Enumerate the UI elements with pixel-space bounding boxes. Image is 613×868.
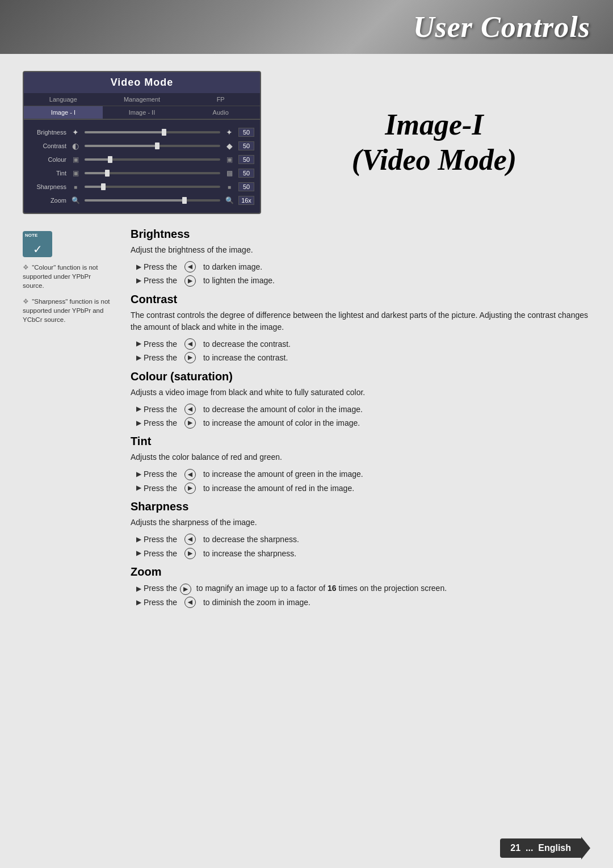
note-bullet-0: ❖: [23, 264, 29, 271]
desc-sharpness: Adjusts the sharpness of the image.: [131, 517, 590, 529]
osd-slider-tint[interactable]: [85, 172, 220, 174]
osd-panel: Video Mode Language Management FP Image …: [23, 71, 261, 214]
arrow-icon: ▶: [136, 404, 141, 414]
page-title: User Controls: [413, 10, 590, 44]
osd-tab-fp[interactable]: FP: [181, 93, 260, 106]
bullet-contrast-0-text: to decrease the contrast.: [203, 338, 291, 350]
osd-value-sharpness: 50: [238, 182, 254, 191]
osd-value-brightness: 50: [238, 128, 254, 137]
osd-label-zoom: Zoom: [30, 197, 66, 204]
bullet-sharpness-0-text: to decrease the sharpness.: [203, 533, 299, 546]
osd-label-sharpness: Sharpness: [30, 183, 66, 190]
heading-zoom: Zoom: [131, 565, 590, 578]
osd-tab-language[interactable]: Language: [24, 93, 103, 106]
osd-icon-brightness-right: ✦: [225, 128, 234, 137]
osd-icon-sharpness-left: ■: [71, 182, 80, 191]
osd-label-tint: Tint: [30, 170, 66, 177]
osd-icon-contrast-right: ◆: [225, 141, 234, 150]
osd-tab-image1[interactable]: Image - I: [24, 106, 103, 119]
bullet-colour-0-text: to decrease the amount of color in the i…: [203, 403, 363, 416]
arrow-icon: ▶: [136, 353, 141, 363]
footer: 21 ... English: [500, 837, 590, 859]
bullets-brightness: ▶ Press the ◀ to darken image. ▶ Press t…: [131, 261, 590, 287]
note-item-0: ❖ "Colour" function is not supported und…: [23, 263, 114, 290]
heading-sharpness: Sharpness: [131, 500, 590, 513]
press-the-label: Press the: [144, 351, 177, 364]
osd-tab-image2[interactable]: Image - II: [103, 106, 182, 119]
note-text: ❖ "Colour" function is not supported und…: [23, 263, 114, 332]
left-button-icon[interactable]: ◀: [184, 597, 196, 608]
osd-icon-zoom-left: 🔍: [71, 196, 80, 205]
main-text: Brightness Adjust the brightness of the …: [131, 225, 590, 614]
footer-badge: 21 ... English: [500, 838, 581, 858]
bullet-zoom-1: ▶ Press the ◀ to diminish the zoom in im…: [136, 596, 590, 609]
note-content-1: "Sharpness" function is not supported un…: [23, 298, 110, 323]
right-button-icon[interactable]: ▶: [184, 548, 196, 559]
bullet-colour-1: ▶ Press the ▶ to increase the amount of …: [136, 417, 590, 429]
desc-brightness: Adjust the brightness of the image.: [131, 244, 590, 256]
checkmark-icon: ✓: [33, 244, 43, 255]
osd-icon-colour-left: ▣: [71, 155, 80, 164]
osd-icon-zoom-right: 🔍: [225, 196, 234, 205]
arrow-icon: ▶: [136, 584, 141, 594]
right-button-icon[interactable]: ▶: [184, 275, 196, 287]
bullet-sharpness-1: ▶ Press the ▶ to increase the sharpness.: [136, 547, 590, 560]
osd-value-contrast: 50: [238, 141, 254, 150]
osd-tabs-row2: Image - I Image - II Audio: [24, 106, 260, 120]
arrow-icon: ▶: [136, 483, 141, 493]
left-button-icon[interactable]: ◀: [184, 261, 196, 272]
desc-colour: Adjusts a video image from black and whi…: [131, 387, 590, 399]
left-button-icon[interactable]: ◀: [184, 338, 196, 350]
osd-tab-audio[interactable]: Audio: [181, 106, 260, 119]
note-content-0: "Colour" function is not supported under…: [23, 264, 98, 289]
left-sidebar: NOTE ✓ ❖ "Colour" function is not suppor…: [23, 225, 114, 614]
right-button-icon[interactable]: ▶: [180, 584, 191, 595]
osd-slider-brightness[interactable]: [85, 131, 220, 133]
arrow-icon: ▶: [136, 597, 141, 608]
press-the-label: Press the: [144, 274, 177, 287]
right-button-icon[interactable]: ▶: [184, 417, 196, 429]
bullet-colour-1-text: to increase the amount of color in the i…: [203, 417, 360, 429]
osd-icon-sharpness-right: ■: [225, 182, 234, 191]
arrow-icon: ▶: [136, 418, 141, 429]
osd-icon-colour-right: ▣: [225, 155, 234, 164]
osd-tab-management[interactable]: Management: [103, 93, 182, 106]
press-the-label: Press the: [144, 261, 177, 273]
osd-tabs-row1: Language Management FP: [24, 93, 260, 106]
bullets-colour: ▶ Press the ◀ to decrease the amount of …: [131, 403, 590, 430]
bullets-sharpness: ▶ Press the ◀ to decrease the sharpness.…: [131, 533, 590, 560]
osd-slider-sharpness[interactable]: [85, 186, 220, 188]
press-the-label: Press the: [144, 547, 177, 560]
section-title-line2: (Video Mode): [352, 144, 517, 176]
heading-colour: Colour (saturation): [131, 370, 590, 383]
bullets-tint: ▶ Press the ◀ to increase the amount of …: [131, 468, 590, 494]
osd-value-tint: 50: [238, 169, 254, 178]
heading-tint: Tint: [131, 435, 590, 448]
left-button-icon[interactable]: ◀: [184, 404, 196, 415]
desc-tint: Adjusts the color balance of red and gre…: [131, 451, 590, 463]
bullet-tint-1-text: to increase the amount of red in the ima…: [203, 482, 354, 494]
bullet-contrast-1: ▶ Press the ▶ to increase the contrast.: [136, 351, 590, 364]
left-button-icon[interactable]: ◀: [184, 534, 196, 545]
press-the-label: Press the: [144, 596, 177, 609]
bullet-zoom-0-text: to magnify an image up to a factor of 16…: [194, 584, 447, 593]
press-the-label: Press the: [144, 468, 177, 480]
main-content: Video Mode Language Management FP Image …: [0, 54, 613, 868]
osd-slider-zoom[interactable]: [85, 199, 220, 202]
right-button-icon[interactable]: ▶: [184, 483, 196, 494]
bullets-contrast: ▶ Press the ◀ to decrease the contrast. …: [131, 338, 590, 364]
section-title-line1: Image-I: [385, 108, 483, 141]
arrow-icon: ▶: [136, 262, 141, 272]
heading-contrast: Contrast: [131, 293, 590, 306]
osd-title: Video Mode: [24, 72, 260, 93]
bullet-tint-0: ▶ Press the ◀ to increase the amount of …: [136, 468, 590, 480]
osd-row-contrast: Contrast ◐ ◆ 50: [24, 139, 260, 153]
bullet-contrast-0: ▶ Press the ◀ to decrease the contrast.: [136, 338, 590, 350]
bullet-brightness-1: ▶ Press the ▶ to lighten the image.: [136, 274, 590, 287]
bullets-zoom: ▶ Press the ▶ to magnify an image up to …: [131, 582, 590, 609]
osd-row-brightness: Brightness ✦ ✦ 50: [24, 125, 260, 139]
osd-slider-contrast[interactable]: [85, 145, 220, 147]
left-button-icon[interactable]: ◀: [184, 469, 196, 480]
right-button-icon[interactable]: ▶: [184, 352, 196, 363]
osd-slider-colour[interactable]: [85, 158, 220, 161]
